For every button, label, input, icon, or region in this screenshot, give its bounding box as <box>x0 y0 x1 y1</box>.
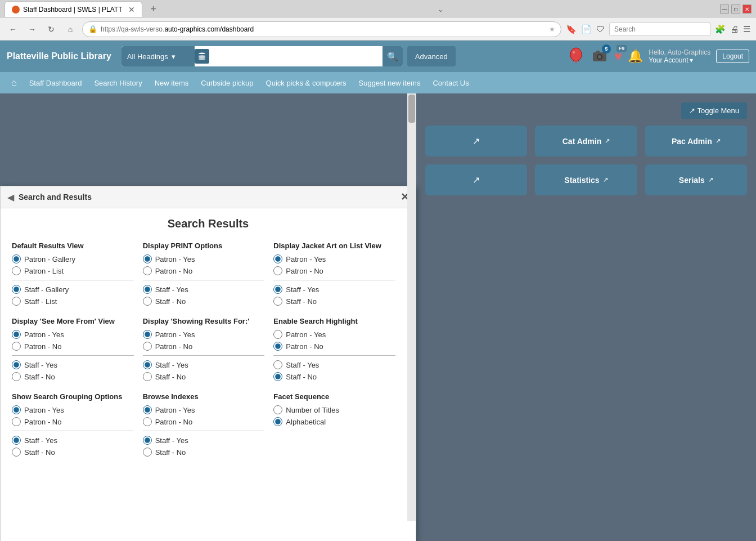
radio-print-patron-no[interactable]: Patron - No <box>143 266 265 275</box>
print-icon[interactable]: 🖨 <box>730 24 739 34</box>
panel-header: ◀ Search and Results ✕ <box>1 186 416 208</box>
radio-browse-staff-no[interactable]: Staff - No <box>143 448 265 457</box>
radio-grouping-staff-yes[interactable]: Staff - Yes <box>12 436 134 445</box>
minimize-button[interactable]: — <box>720 5 729 14</box>
search-button[interactable]: 🔍 <box>382 46 403 66</box>
radio-facet-number-of-titles[interactable]: Number of Titles <box>273 405 395 414</box>
favorites-icon[interactable]: ♥ F9 <box>614 48 622 64</box>
nav-quick-picks[interactable]: Quick picks & computers <box>260 75 352 91</box>
tab-dropdown-button[interactable]: ⌄ <box>438 5 444 14</box>
radio-jacket-patron-yes[interactable]: Patron - Yes <box>273 254 395 263</box>
radio-highlight-patron-no[interactable]: Patron - No <box>273 342 395 351</box>
section-display-print: Display PRINT Options Patron - Yes Patro… <box>143 242 265 306</box>
settings-col-1: Default Results View Patron - Gallery Pa… <box>12 242 143 477</box>
extensions-icon[interactable]: 🧩 <box>715 24 726 34</box>
menu-icon[interactable]: ☰ <box>743 24 750 34</box>
radio-patron-list[interactable]: Patron - List <box>12 266 134 275</box>
scrollbar-thumb[interactable] <box>408 95 415 123</box>
nav-curbside-pickup[interactable]: Curbside pickup <box>195 75 259 91</box>
radio-print-staff-yes[interactable]: Staff - Yes <box>143 285 265 294</box>
pac-admin-button[interactable]: Pac Admin ↗ <box>645 126 747 157</box>
radio-showing-staff-yes[interactable]: Staff - Yes <box>143 360 265 369</box>
radio-showing-patron-yes[interactable]: Patron - Yes <box>143 330 265 339</box>
radio-jacket-staff-no[interactable]: Staff - No <box>273 297 395 306</box>
toggle-menu-button[interactable]: ↗ Toggle Menu <box>681 102 747 119</box>
forward-button[interactable]: → <box>25 22 39 37</box>
radio-print-staff-no[interactable]: Staff - No <box>143 297 265 306</box>
radio-browse-patron-no[interactable]: Patron - No <box>143 417 265 426</box>
radio-browse-patron-yes[interactable]: Patron - Yes <box>143 405 265 414</box>
new-tab-button[interactable]: + <box>146 1 161 17</box>
radio-patron-gallery[interactable]: Patron - Gallery <box>12 254 134 263</box>
radio-print-patron-yes[interactable]: Patron - Yes <box>143 254 265 263</box>
section-jacket-art: Display Jacket Art on List View Patron -… <box>273 242 395 306</box>
advanced-button[interactable]: Advanced <box>407 46 456 66</box>
radio-browse-staff-yes[interactable]: Staff - Yes <box>143 436 265 445</box>
nav-home[interactable]: ⌂ <box>6 74 22 91</box>
search-box[interactable]: Search <box>609 23 710 36</box>
url-domain: auto-graphics.com <box>164 25 220 33</box>
header-icons: 5 ♥ F9 🔔 Hello, Auto-Graphics Your Accou… <box>567 47 749 66</box>
nav-staff-dashboard[interactable]: Staff Dashboard <box>24 75 88 91</box>
radio-staff-list[interactable]: Staff - List <box>12 297 134 306</box>
shield-icon[interactable]: 🛡 <box>596 24 605 34</box>
radio-jacket-staff-yes[interactable]: Staff - Yes <box>273 285 395 294</box>
nav-suggest-new-items[interactable]: Suggest new items <box>353 75 426 91</box>
panel-scrollbar[interactable] <box>407 93 416 521</box>
dashboard-area: ↗ Toggle Menu ↗ Cat Admin ↗ Pac Admin ↗ … <box>416 93 756 521</box>
radio-highlight-staff-no[interactable]: Staff - No <box>273 372 395 381</box>
nav-new-items[interactable]: New items <box>149 75 195 91</box>
back-button[interactable]: ← <box>6 22 20 37</box>
dashboard-placeholder-1[interactable]: ↗ <box>425 126 527 157</box>
search-type-dropdown[interactable]: All Headings ▾ <box>122 46 195 66</box>
section-default-results-view: Default Results View Patron - Gallery Pa… <box>12 242 134 306</box>
radio-seemore-staff-yes[interactable]: Staff - Yes <box>12 360 134 369</box>
svg-point-6 <box>570 48 582 61</box>
camera-icon[interactable]: 5 <box>591 47 609 66</box>
notifications-icon[interactable]: 🔔 <box>628 49 643 64</box>
radio-seemore-patron-yes[interactable]: Patron - Yes <box>12 330 134 339</box>
radio-grouping-patron-no[interactable]: Patron - No <box>12 417 134 426</box>
nav-search-history[interactable]: Search History <box>88 75 147 91</box>
cat-admin-button[interactable]: Cat Admin ↗ <box>535 126 637 157</box>
url-display: https://qa-swls-verso.auto-graphics.com/… <box>101 25 254 33</box>
serials-button[interactable]: Serials ↗ <box>645 164 747 195</box>
reader-icon[interactable]: 📄 <box>581 24 592 34</box>
section-facet-sequence: Facet Sequence Number of Titles Alphabet… <box>273 392 395 426</box>
nav-contact-us[interactable]: Contact Us <box>427 75 474 91</box>
radio-jacket-patron-no[interactable]: Patron - No <box>273 266 395 275</box>
cat-admin-link-icon: ↗ <box>605 137 610 145</box>
radio-grouping-staff-no[interactable]: Staff - No <box>12 448 134 457</box>
statistics-button[interactable]: Statistics ↗ <box>535 164 637 195</box>
radio-seemore-staff-no[interactable]: Staff - No <box>12 372 134 381</box>
browser-tab[interactable]: Staff Dashboard | SWLS | PLATT ✕ <box>4 1 142 17</box>
radio-staff-gallery[interactable]: Staff - Gallery <box>12 285 134 294</box>
database-icon[interactable] <box>195 49 209 64</box>
dashboard-placeholder-2[interactable]: ↗ <box>425 164 527 195</box>
url-prefix: https://qa-swls-verso. <box>101 25 164 33</box>
tab-close-button[interactable]: ✕ <box>128 5 135 14</box>
bookmark-icon[interactable]: 🔖 <box>566 24 577 34</box>
radio-highlight-patron-yes[interactable]: Patron - Yes <box>273 330 395 339</box>
search-input[interactable] <box>209 46 382 66</box>
balloon-icon[interactable] <box>567 47 585 66</box>
section-search-grouping: Show Search Grouping Options Patron - Ye… <box>12 392 134 457</box>
radio-facet-alphabetical[interactable]: Alphabetical <box>273 417 395 426</box>
logout-button[interactable]: Logout <box>716 50 749 63</box>
address-bar[interactable]: 🔒 https://qa-swls-verso.auto-graphics.co… <box>82 21 561 37</box>
refresh-button[interactable]: ↻ <box>44 22 58 37</box>
serials-link-icon: ↗ <box>708 176 713 184</box>
radio-seemore-patron-no[interactable]: Patron - No <box>12 342 134 351</box>
radio-grouping-patron-yes[interactable]: Patron - Yes <box>12 405 134 414</box>
radio-highlight-staff-yes[interactable]: Staff - Yes <box>273 360 395 369</box>
radio-showing-patron-no[interactable]: Patron - No <box>143 342 265 351</box>
svg-marker-7 <box>575 60 577 64</box>
dashboard-grid: ↗ Cat Admin ↗ Pac Admin ↗ ↗ Statistics ↗… <box>425 126 747 195</box>
home-button[interactable]: ⌂ <box>63 22 78 37</box>
radio-showing-staff-no[interactable]: Staff - No <box>143 372 265 381</box>
account-dropdown[interactable]: Your Account ▾ <box>649 56 710 64</box>
close-button[interactable]: ✕ <box>742 5 752 14</box>
maximize-button[interactable]: □ <box>731 5 740 14</box>
panel-back-button[interactable]: ◀ <box>7 192 14 203</box>
svg-point-11 <box>598 55 601 59</box>
